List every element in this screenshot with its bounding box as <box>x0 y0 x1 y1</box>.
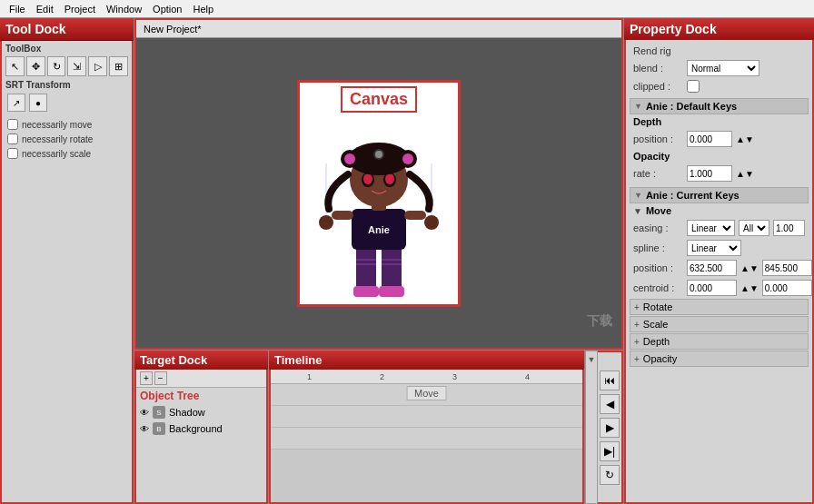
blend-row: blend : Normal Multiply Screen <box>630 58 809 78</box>
move-label: Move <box>646 205 671 216</box>
svg-rect-5 <box>382 263 402 265</box>
check-scale[interactable] <box>7 148 18 159</box>
svg-point-26 <box>402 153 413 164</box>
tool-btn-move[interactable]: ✥ <box>26 56 45 76</box>
tool-btn-arrow[interactable]: ↖ <box>5 56 25 76</box>
check-rotate[interactable] <box>7 133 18 144</box>
position-row: position : ▲▼ <box>630 129 809 149</box>
srt-btn-arrow[interactable]: ↗ <box>7 94 25 112</box>
srt-btn-dot[interactable]: ● <box>29 94 47 112</box>
rate-input[interactable] <box>687 165 732 182</box>
timeline-move-label: Move <box>406 386 447 400</box>
playback-next[interactable]: ▶| <box>600 441 620 461</box>
object-tree-header-label: Target Dock <box>140 353 207 367</box>
playback-play[interactable]: ▶ <box>600 418 620 438</box>
opacity-label: Opacity <box>633 151 670 162</box>
playback-first[interactable]: ⏮ <box>600 371 620 390</box>
default-keys-header[interactable]: ▼ Anie : Default Keys <box>630 98 809 114</box>
blend-select[interactable]: Normal Multiply Screen <box>687 60 759 76</box>
eye-icon-bg[interactable]: 👁 <box>140 424 149 434</box>
all-select[interactable]: All <box>739 220 769 236</box>
pos-x-spin[interactable]: ▲▼ <box>740 263 759 273</box>
svg-rect-2 <box>356 259 376 261</box>
centroid-row: centroid : ▲▼ ▲▼ <box>630 278 809 298</box>
position-input[interactable] <box>687 131 732 147</box>
tool-dock-header: Tool Dock <box>0 18 134 41</box>
ruler-mark-1: 1 <box>307 372 312 381</box>
easing-select[interactable]: Linear Ease <box>687 220 735 236</box>
rotate-collapsed-label: Rotate <box>643 301 672 312</box>
rotate-collapsed-row[interactable]: + Rotate <box>630 299 809 315</box>
position-label: position : <box>633 133 683 144</box>
pos-xy-row: position : ▲▼ ▲▼ <box>630 258 809 278</box>
centroid-x-input[interactable] <box>687 280 737 296</box>
playback-prev[interactable]: ◀ <box>600 394 620 414</box>
playback-loop[interactable]: ↻ <box>600 465 620 485</box>
menu-file[interactable]: File <box>4 2 31 16</box>
tree-item-background[interactable]: 👁 B Background <box>136 420 266 437</box>
timeline-body: 1 2 3 4 5 Move <box>269 370 584 504</box>
main-view-tab: New Project* <box>136 20 621 38</box>
rate-spin[interactable]: ▲▼ <box>736 169 754 179</box>
property-dock-title: Property Dock <box>630 22 717 36</box>
tool-row-1: ↖ ✥ ↻ ⇲ ▷ ⊞ <box>2 54 132 78</box>
opacity2-collapsed-row[interactable]: + Opacity <box>630 351 809 367</box>
scale-collapsed-label: Scale <box>643 319 669 330</box>
easing-value[interactable] <box>773 220 805 236</box>
move-expand[interactable]: ▼ <box>633 206 642 216</box>
tool-btn-rotate[interactable]: ↻ <box>47 56 66 76</box>
depth2-collapsed-label: Depth <box>643 336 670 347</box>
timeline-header: Timeline <box>269 351 584 370</box>
svg-point-12 <box>319 215 333 230</box>
eye-icon-shadow[interactable]: 👁 <box>140 408 149 418</box>
tree-add-btn[interactable]: + <box>140 371 153 385</box>
bottom-area: Target Dock + − Object Tree 👁 S Shadow 👁 <box>134 350 623 504</box>
tree-item-shadow[interactable]: 👁 S Shadow <box>136 404 266 420</box>
tool-dock: Tool Dock ToolBox ↖ ✥ ↻ ⇲ ▷ ⊞ SRT Transf… <box>0 18 134 504</box>
tool-btn-scale[interactable]: ⇲ <box>67 56 86 76</box>
svg-rect-4 <box>382 259 402 261</box>
pos-x-input[interactable] <box>687 260 737 276</box>
check-rotate-label: necessarily rotate <box>22 134 93 144</box>
check-move[interactable] <box>7 119 18 130</box>
background-icon: B <box>153 422 165 435</box>
centroid-y-input[interactable] <box>762 280 812 296</box>
rate-row: rate : ▲▼ <box>630 163 809 183</box>
menu-edit[interactable]: Edit <box>31 2 59 16</box>
check-move-label: necessarily move <box>22 120 92 130</box>
menu-window[interactable]: Window <box>101 2 147 16</box>
clipped-label: clipped : <box>633 81 683 92</box>
opacity2-expand-icon: + <box>634 354 640 364</box>
default-keys-section: ▼ Anie : Default Keys Depth position : ▲… <box>630 98 809 183</box>
rend-rig-label: Rend rig <box>633 45 683 56</box>
timeline-track-3[interactable] <box>271 428 582 450</box>
svg-point-25 <box>344 153 355 164</box>
playback-controls: ⏮ ◀ ▶ ▶| ↻ <box>598 351 623 504</box>
tool-btn-grid[interactable]: ⊞ <box>109 56 128 76</box>
depth2-collapsed-row[interactable]: + Depth <box>630 333 809 350</box>
current-keys-header[interactable]: ▼ Anie : Current Keys <box>630 187 809 203</box>
menu-help[interactable]: Help <box>188 2 220 16</box>
spline-select[interactable]: Linear Smooth <box>687 240 741 256</box>
clipped-checkbox[interactable] <box>687 80 700 93</box>
centroid-label: centroid : <box>633 282 683 293</box>
svg-rect-11 <box>404 211 426 220</box>
ruler-mark-4: 4 <box>525 372 530 381</box>
current-keys-collapse: ▼ <box>634 191 642 200</box>
menu-option[interactable]: Option <box>147 2 187 16</box>
tool-btn-node[interactable]: ▷ <box>88 56 107 76</box>
property-dock: Property Dock Rend rig blend : Normal Mu… <box>623 18 814 504</box>
svg-point-21 <box>385 173 394 184</box>
menu-project[interactable]: Project <box>59 2 101 16</box>
rend-rig-row: Rend rig <box>630 44 809 58</box>
tree-remove-btn[interactable]: − <box>154 371 167 385</box>
pos-y-input[interactable] <box>762 260 812 276</box>
timeline-track-2[interactable] <box>271 406 582 428</box>
scale-collapsed-row[interactable]: + Scale <box>630 316 809 332</box>
svg-text:Anie: Anie <box>368 224 390 235</box>
dock-toggle[interactable]: ▼ <box>585 351 598 504</box>
position-spin-up[interactable]: ▲▼ <box>736 134 754 144</box>
check-move-row: necessarily move <box>2 117 132 132</box>
centroid-x-spin[interactable]: ▲▼ <box>740 283 759 293</box>
move-label-row: ▼ Move <box>630 203 809 218</box>
